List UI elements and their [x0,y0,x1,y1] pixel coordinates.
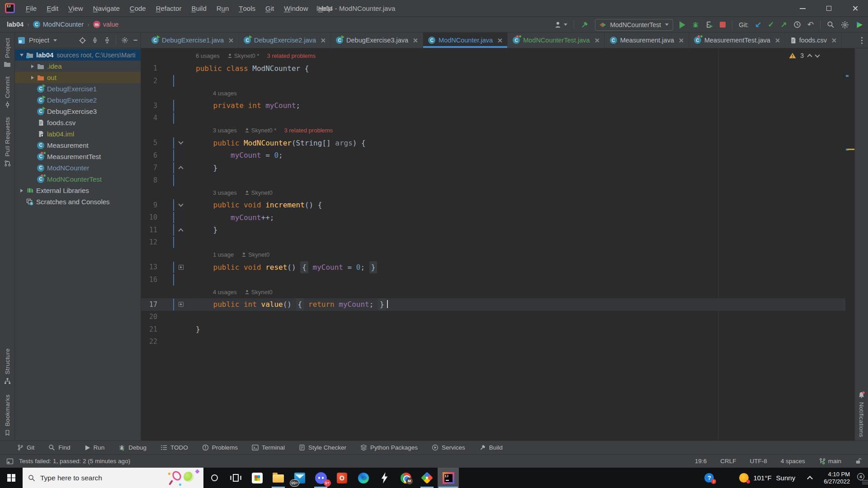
tree-item-measurement[interactable]: Measurement [15,140,141,151]
close-icon[interactable] [831,38,836,43]
taskbar-clock[interactable]: 4:10 PM 6/27/2022 [824,471,850,485]
code-line-12[interactable]: 12 [141,236,845,249]
taskbar-app-snip-sketch[interactable] [416,468,438,488]
tool-window-button-commit[interactable]: Commit [0,76,14,108]
run-configuration-select[interactable]: ModNCounterTest [595,19,673,31]
tab-modncountertest-java[interactable]: ModNCounterTest.java [508,33,605,48]
code-line-2[interactable]: 2 [141,75,845,87]
tree-item-lab04[interactable]: lab04sources root, C:\Users\Marti [15,49,141,61]
taskbar-app-intellij[interactable] [438,468,459,488]
close-icon[interactable] [497,38,502,43]
menu-tools[interactable]: Tools [234,0,260,16]
tool-window-button-problems[interactable]: Problems [202,444,238,451]
chevron-down-icon[interactable] [53,39,57,42]
breadcrumb-class[interactable]: ModNCounter [43,21,84,28]
usages-hint[interactable]: 3 usages [213,127,237,134]
taskbar-app-chrome[interactable] [395,468,416,488]
tree-item-modncounter[interactable]: ModNCounter [15,162,141,174]
code-line-7[interactable]: 7 } [141,162,845,174]
author-hint[interactable]: Skynet0 * [227,52,259,59]
tree-item-debugexercise2[interactable]: DebugExercise2 [15,94,141,106]
code-line-1[interactable]: 1public class ModNCounter { [141,62,845,75]
build-project-button[interactable] [580,21,589,29]
settings-gear-icon[interactable] [841,21,849,29]
taskbar-app-explorer[interactable] [268,468,289,488]
tab-measurementtest-java[interactable]: MeasurementTest.java [689,33,785,48]
tree-item-out[interactable]: out [15,72,141,83]
author-hint[interactable]: Skynet0 [245,289,273,296]
chevron-right-icon[interactable] [28,76,37,80]
menu-refactor[interactable]: Refactor [151,0,187,16]
usages-hint[interactable]: 3 usages [213,189,237,196]
tool-window-button-git[interactable]: Git [17,444,34,451]
code-line-5[interactable]: 5 public ModNCounter(String[] args) { [141,137,845,150]
tool-window-button-debug[interactable]: Debug [118,444,146,451]
stop-button[interactable] [720,22,726,28]
lock-icon[interactable] [855,458,862,465]
inlay-hint[interactable]: 4 usages [141,87,845,100]
inlay-hint[interactable]: 1 usageSkynet0 [141,249,845,261]
hide-panel-icon[interactable]: − [133,36,137,44]
fold-icon[interactable] [177,204,184,206]
tree-item-external-libraries[interactable]: External Libraries [15,185,141,196]
tab-debugexercise2-java[interactable]: DebugExercise2.java [239,33,331,48]
menu-build[interactable]: Build [186,0,211,16]
author-hint[interactable]: Skynet0 [241,251,269,258]
tool-window-button-find[interactable]: Find [48,444,70,451]
code-line-21[interactable]: 21} [141,323,845,336]
inspection-widget[interactable]: 3 [789,52,819,59]
menu-code[interactable]: Code [125,0,151,16]
fold-icon[interactable] [177,142,184,144]
taskbar-app-lightning[interactable] [374,468,395,488]
inlay-hint[interactable]: 4 usagesSkynet0 [141,286,845,299]
taskbar-app-task-view[interactable] [225,468,246,488]
fold-icon[interactable] [177,302,184,307]
git-push-icon[interactable]: ↗ [781,20,787,29]
tab-measurement-java[interactable]: Measurement.java [605,33,689,48]
code-line-9[interactable]: 9 public void increment() { [141,199,845,211]
related-problems-hint[interactable]: 3 related problems [284,127,333,134]
code-line-8[interactable]: 8 [141,174,845,187]
fold-icon[interactable] [177,227,184,233]
tree-item-scratches-and-consoles[interactable]: Scratches and Consoles [15,196,141,207]
close-icon[interactable] [321,38,326,43]
tree-item-measurementtest[interactable]: MeasurementTest [15,151,141,162]
taskbar-app-mail[interactable]: 99+ [289,468,310,488]
taskbar-app-office[interactable] [331,468,353,488]
tool-window-button-project[interactable]: Project [0,38,14,67]
tree-item-debugexercise3[interactable]: DebugExercise3 [15,106,141,117]
expand-all-icon[interactable] [91,37,99,44]
layout-icon[interactable] [6,458,14,465]
git-update-icon[interactable]: ↙ [755,20,761,29]
code-line-3[interactable]: 3 private int myCount; [141,99,845,112]
menu-edit[interactable]: Edit [42,0,63,16]
menu-run[interactable]: Run [212,0,234,16]
indent-setting[interactable]: 4 spaces [781,458,805,465]
error-stripe[interactable] [845,48,854,441]
space-plugin-icon[interactable] [855,21,863,29]
status-message[interactable]: Tests failed: 1, passed: 2 (5 minutes ag… [19,458,130,465]
next-problem-icon[interactable] [815,52,820,57]
menu-window[interactable]: Window [279,0,313,16]
caret-position[interactable]: 19:6 [695,458,707,465]
tab-debugexercise3-java[interactable]: DebugExercise3.java [331,33,423,48]
tool-window-button-style-checker[interactable]: Style Checker [299,444,346,451]
menu-git[interactable]: Git [260,0,279,16]
run-button[interactable] [679,21,685,28]
minimize-button[interactable] [789,0,816,17]
line-separator[interactable]: CRLF [720,458,736,465]
collapse-all-icon[interactable] [104,37,111,44]
code-line-20[interactable]: 20 [141,311,845,324]
search-input[interactable] [40,474,144,482]
tool-window-button-build[interactable]: Build [479,444,503,451]
fold-icon[interactable] [177,165,184,170]
tree-item-debugexercise1[interactable]: DebugExercise1 [15,83,141,94]
tab-foods-csv[interactable]: foods.csv [785,33,842,48]
cortana-button[interactable] [203,468,225,488]
close-icon[interactable] [679,38,684,43]
usages-hint[interactable]: 4 usages [213,289,237,296]
git-branch-widget[interactable]: main [819,458,841,465]
rollback-icon[interactable]: ↶ [807,20,814,29]
code-line-16[interactable]: 16 [141,273,845,286]
usages-hint[interactable]: 4 usages [213,90,237,97]
